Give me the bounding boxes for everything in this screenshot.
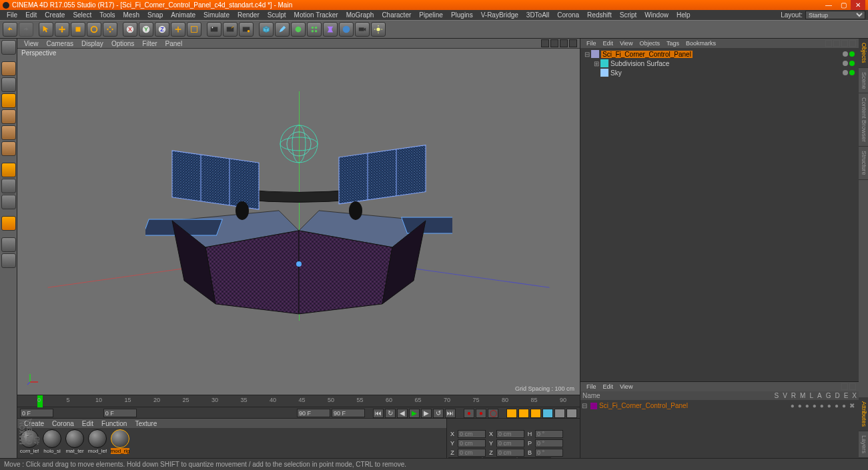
play-button[interactable]: ▶ — [409, 409, 420, 418]
pen-tool[interactable] — [275, 22, 290, 37]
y-axis-button[interactable]: Y — [139, 22, 153, 37]
unknown-mode[interactable] — [1, 141, 16, 156]
workplane-mode[interactable] — [1, 93, 16, 108]
object-tree[interactable]: ⊟Sci_Fi_Corner_Control_Panel⊞Subdivision… — [580, 48, 859, 381]
undo-button[interactable] — [3, 22, 17, 37]
menu-render[interactable]: Render — [234, 11, 264, 19]
vis-tag[interactable] — [843, 61, 848, 66]
pos-Z[interactable] — [458, 449, 486, 457]
menu-create[interactable]: Create — [41, 11, 69, 19]
view-icon[interactable] — [841, 40, 848, 47]
coord-system-button[interactable] — [171, 22, 185, 37]
home-icon[interactable] — [833, 40, 840, 47]
obj-menu-edit[interactable]: Edit — [600, 40, 617, 47]
menu-animate[interactable]: Animate — [167, 11, 199, 19]
redo-button[interactable] — [19, 22, 33, 37]
menu-script[interactable]: Script — [616, 11, 641, 19]
loop-button[interactable]: ↻ — [385, 409, 396, 418]
pos-X[interactable] — [458, 430, 486, 438]
rot-Z[interactable] — [535, 449, 563, 457]
menu-plugins[interactable]: Plugins — [447, 11, 477, 19]
select-tool[interactable] — [39, 22, 53, 37]
right-tab-layers[interactable]: Layers — [859, 431, 868, 458]
menu-redshift[interactable]: Redshift — [583, 11, 616, 19]
key-pos-button[interactable] — [506, 409, 517, 418]
axis-mode[interactable] — [1, 125, 16, 140]
material-mat_ter[interactable]: mat_ter — [64, 429, 85, 454]
menu-3dtoall[interactable]: 3DToAll — [522, 11, 553, 19]
menu-window[interactable]: Window — [640, 11, 673, 19]
viewport-3d[interactable]: Grid Spacing : 100 cm — [17, 57, 580, 395]
attr-icon-2[interactable] — [849, 383, 856, 390]
material-holo_si[interactable]: holo_si — [41, 429, 63, 454]
obj-menu-tags[interactable]: Tags — [663, 40, 683, 47]
size-Z[interactable] — [496, 449, 524, 457]
material-mod_lef[interactable]: mod_lef — [87, 429, 108, 454]
attr-menu-file[interactable]: File — [583, 383, 600, 390]
menu-motion tracker[interactable]: Motion Tracker — [290, 11, 342, 19]
tree-item[interactable]: Sky — [582, 68, 857, 77]
close-button[interactable]: ✕ — [851, 0, 865, 10]
viewport-solo[interactable] — [1, 253, 16, 268]
polygon-mode[interactable] — [1, 195, 16, 209]
fold-icon[interactable] — [849, 40, 856, 47]
menu-select[interactable]: Select — [69, 11, 95, 19]
menu-v-raybridge[interactable]: V-RayBridge — [477, 11, 522, 19]
loop2-button[interactable]: ↺ — [433, 409, 444, 418]
obj-menu-bookmarks[interactable]: Bookmarks — [683, 40, 719, 47]
vp-menu-display[interactable]: Display — [77, 40, 107, 47]
right-tab-scene[interactable]: Scene — [859, 68, 868, 94]
menu-file[interactable]: File — [3, 11, 21, 19]
layout-dropdown[interactable]: Layout: Startup — [781, 10, 865, 20]
next-frame-button[interactable]: ▶ — [421, 409, 432, 418]
obj-menu-file[interactable]: File — [583, 40, 600, 47]
texture-mode[interactable] — [1, 77, 16, 92]
pos-Y[interactable] — [458, 439, 486, 447]
frame-end-field[interactable] — [332, 409, 365, 417]
array-button[interactable] — [307, 22, 322, 37]
key-rot-button[interactable] — [530, 409, 541, 418]
record-button[interactable]: ● — [464, 409, 474, 418]
enable-axis[interactable] — [1, 237, 16, 252]
nurbs-button[interactable] — [291, 22, 306, 37]
vp-icon-2[interactable] — [550, 39, 558, 47]
key-param-button[interactable] — [542, 409, 553, 418]
vis-tag[interactable] — [843, 70, 848, 75]
right-tab-content-browser[interactable]: Content Browser — [859, 93, 868, 147]
layout-select[interactable]: Startup — [805, 11, 865, 19]
last-tool[interactable] — [103, 22, 117, 37]
obj-menu-view[interactable]: View — [616, 40, 636, 47]
vp-menu-filter[interactable]: Filter — [138, 40, 161, 47]
environment-button[interactable] — [339, 22, 354, 37]
deformer-button[interactable] — [323, 22, 338, 37]
render-tag[interactable] — [849, 61, 855, 66]
vp-menu-options[interactable]: Options — [107, 40, 138, 47]
vis-tag[interactable] — [843, 51, 848, 57]
mat-menu-function[interactable]: Function — [97, 420, 131, 427]
menu-mesh[interactable]: Mesh — [119, 11, 143, 19]
rotate-tool[interactable] — [87, 22, 101, 37]
menu-snap[interactable]: Snap — [143, 11, 167, 19]
move-tool[interactable] — [55, 22, 69, 37]
search-icon[interactable] — [825, 40, 832, 47]
cube-primitive[interactable] — [259, 22, 274, 37]
frame-start-field[interactable] — [20, 409, 53, 417]
frame-cur-start[interactable] — [103, 409, 137, 417]
point-mode[interactable] — [1, 163, 16, 177]
vp-icon-4[interactable] — [569, 39, 577, 47]
light-button[interactable] — [371, 22, 386, 37]
menu-mograph[interactable]: MoGraph — [342, 11, 378, 19]
attr-row[interactable]: ⊟ Sci_Fi_Corner_Control_Panel ●●●●●●●●✖ — [582, 401, 857, 410]
vp-menu-view[interactable]: View — [20, 40, 43, 47]
right-tab-attributes[interactable]: Attributes — [859, 397, 868, 431]
attr-icon-1[interactable] — [841, 383, 848, 390]
maximize-button[interactable]: ▢ — [836, 0, 851, 10]
size-Y[interactable] — [496, 439, 524, 447]
vp-icon-3[interactable] — [560, 39, 568, 47]
scale-tool[interactable] — [71, 22, 85, 37]
timeline-ruler[interactable]: 051015202530354045505560657075808590 — [17, 395, 580, 407]
camera-button[interactable] — [355, 22, 370, 37]
render-region-button[interactable] — [223, 22, 238, 37]
menu-edit[interactable]: Edit — [21, 11, 41, 19]
menu-help[interactable]: Help — [673, 11, 695, 19]
